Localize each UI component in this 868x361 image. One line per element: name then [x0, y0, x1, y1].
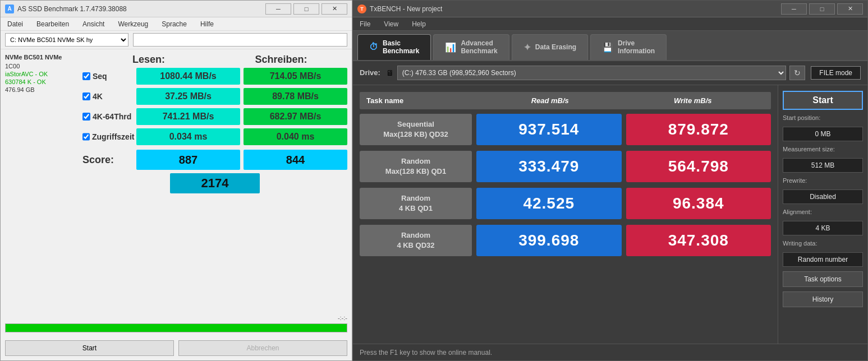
nav-tabs: ⏱ BasicBenchmark 📊 AdvancedBenchmark ✦ D…: [353, 31, 867, 61]
bench-row-zugriffszeit: Zugriffszeit 0.034 ms 0.040 ms: [82, 128, 347, 145]
score-total: 2174: [170, 173, 260, 193]
bench-checkbox-4k64[interactable]: [82, 113, 90, 121]
table-row-seq-qd32: SequentialMax(128 KB) QD32 937.514 879.8…: [360, 114, 771, 145]
prewrite-value: Disabled: [783, 189, 863, 204]
bench-seq-lesen: 1080.44 MB/s: [136, 68, 240, 85]
drive-select-wrap: 🖥 (C:) 476.33 GB (998,952,960 Sectors) ↻: [386, 66, 805, 80]
left-toolbar: C: NVMe BC501 NVMe SK hy: [1, 31, 352, 49]
measurement-size-value: 512 MB: [783, 158, 863, 173]
right-minimize-button[interactable]: ─: [781, 3, 807, 15]
task-options-button[interactable]: Task options: [783, 271, 863, 287]
progress-bar-fill: [6, 324, 347, 332]
bench-row-4k: 4K 37.25 MB/s 89.78 MB/s: [82, 88, 347, 105]
status-bar: Press the F1 key to show the online manu…: [353, 344, 867, 360]
bench-label-zugriffszeit: Zugriffszeit: [82, 132, 133, 141]
bench-label-4k64: 4K-64Thrd: [82, 112, 133, 121]
drive-size-gb: 476.94 GB: [5, 86, 78, 93]
start-position-label: Start position:: [783, 114, 863, 121]
drive-driver-status: iaStorAVC - OK: [5, 71, 78, 77]
alignment-label: Alignment:: [783, 209, 863, 215]
bench-4k64-schreiben: 682.97 MB/s: [244, 108, 347, 125]
write-seq-qd32: 879.872: [626, 114, 771, 145]
menu-ansicht[interactable]: Ansicht: [80, 19, 107, 29]
write-rand-4k-qd1: 96.384: [626, 188, 771, 219]
drive-select-icon: 🖥: [386, 68, 394, 77]
header-lesen: Lesen:: [82, 54, 215, 66]
left-abbrechen-button[interactable]: Abbrechen: [178, 340, 347, 356]
menu-sprache[interactable]: Sprache: [159, 19, 189, 29]
drive-dropdown[interactable]: (C:) 476.33 GB (998,952,960 Sectors): [397, 66, 786, 80]
menu-view[interactable]: View: [382, 19, 401, 29]
menu-datei[interactable]: Datei: [5, 19, 25, 29]
left-start-button[interactable]: Start: [5, 340, 174, 356]
drive-size-k: 630784 K - OK: [5, 78, 78, 85]
right-maximize-button[interactable]: □: [809, 3, 835, 15]
left-close-button[interactable]: ✕: [322, 3, 347, 15]
bench-zugriffszeit-lesen: 0.034 ms: [136, 128, 240, 145]
history-button[interactable]: History: [783, 291, 863, 307]
drive-label: Drive:: [360, 68, 380, 77]
left-drive-select[interactable]: C: NVMe BC501 NVMe SK hy: [5, 33, 128, 47]
read-seq-qd32: 937.514: [476, 114, 622, 145]
drive-information-icon: 💾: [602, 42, 613, 53]
bench-checkbox-seq[interactable]: [82, 72, 90, 80]
tab-advanced-benchmark[interactable]: 📊 AdvancedBenchmark: [433, 34, 509, 60]
task-rand-max-qd1: RandomMax(128 KB) QD1: [360, 151, 472, 182]
bench-4k-lesen: 37.25 MB/s: [136, 88, 240, 105]
right-sidebar: Start Start position: 0 MB Measurement s…: [778, 85, 867, 344]
read-rand-4k-qd1: 42.525: [476, 188, 622, 219]
bench-row-4k64: 4K-64Thrd 741.21 MB/s 682.97 MB/s: [82, 108, 347, 125]
bench-main-panel: Task name Read mB/s Write mB/s Sequentia…: [353, 85, 778, 344]
task-rand-4k-qd32: Random4 KB QD32: [360, 225, 472, 256]
left-drive-info-box: [133, 33, 347, 47]
bench-checkbox-zugriffszeit[interactable]: [82, 133, 90, 141]
drive-refresh-button[interactable]: ↻: [789, 66, 805, 80]
tab-erase-label: Data Erasing: [535, 43, 576, 51]
menu-file[interactable]: File: [357, 19, 373, 29]
alignment-value: 4 KB: [783, 221, 863, 235]
bench-seq-schreiben: 714.05 MB/s: [244, 68, 347, 85]
menu-hilfe[interactable]: Hilfe: [198, 19, 216, 29]
left-main-area: NVMe BC501 NVMe 1C00 iaStorAVC - OK 6307…: [1, 49, 352, 311]
tab-basic-label: BasicBenchmark: [383, 39, 419, 55]
tab-drive-information[interactable]: 💾 DriveInformation: [590, 34, 667, 60]
table-header-row: Task name Read mB/s Write mB/s: [360, 92, 771, 109]
read-rand-max-qd1: 333.479: [476, 151, 622, 182]
left-drive-details: NVMe BC501 NVMe 1C00 iaStorAVC - OK 6307…: [5, 54, 78, 307]
bench-header: Lesen: Schreiben:: [82, 54, 347, 66]
left-maximize-button[interactable]: □: [293, 3, 319, 15]
left-window: A AS SSD Benchmark 1.7.4739.38088 ─ □ ✕ …: [0, 0, 352, 361]
task-seq-qd32: SequentialMax(128 KB) QD32: [360, 114, 472, 145]
tab-data-erasing[interactable]: ✦ Data Erasing: [512, 34, 588, 60]
bench-4k-schreiben: 89.78 MB/s: [244, 88, 347, 105]
file-mode-button[interactable]: FILE mode: [811, 66, 861, 80]
menu-bearbeiten[interactable]: Bearbeiten: [34, 19, 71, 29]
bench-content-area: Task name Read mB/s Write mB/s Sequentia…: [353, 85, 867, 344]
menu-help[interactable]: Help: [410, 19, 428, 29]
score-total-row: 2174: [82, 173, 347, 193]
sidebar-start-button[interactable]: Start: [783, 91, 863, 110]
measurement-size-label: Measurement size:: [783, 146, 863, 152]
left-win-controls: ─ □ ✕: [265, 3, 347, 15]
table-row-rand-4k-qd32: Random4 KB QD32 399.698 347.308: [360, 225, 771, 256]
tab-advanced-label: AdvancedBenchmark: [461, 39, 497, 55]
tab-drive-label: DriveInformation: [618, 39, 655, 55]
table-row-rand-4k-qd1: Random4 KB QD1 42.525 96.384: [360, 188, 771, 219]
progress-time: -:-:-: [5, 314, 347, 321]
left-bench-table: Lesen: Schreiben: Seq 1080.44 MB/s 714.0…: [82, 54, 347, 307]
basic-benchmark-icon: ⏱: [369, 42, 378, 52]
task-rand-4k-qd1: Random4 KB QD1: [360, 188, 472, 219]
left-titlebar: A AS SSD Benchmark 1.7.4739.38088 ─ □ ✕: [1, 1, 352, 17]
bench-label-seq: Seq: [82, 72, 133, 81]
menu-werkzeug[interactable]: Werkzeug: [116, 19, 150, 29]
tab-basic-benchmark[interactable]: ⏱ BasicBenchmark: [357, 34, 431, 60]
right-close-button[interactable]: ✕: [837, 3, 863, 15]
right-titlebar: T TxBENCH - New project ─ □ ✕: [353, 1, 867, 17]
left-minimize-button[interactable]: ─: [265, 3, 291, 15]
bench-checkbox-4k[interactable]: [82, 92, 90, 100]
left-button-row: Start Abbrechen: [1, 338, 352, 360]
write-rand-max-qd1: 564.798: [626, 151, 771, 182]
writing-data-value: Random number: [783, 252, 863, 267]
th-task-name: Task name: [366, 96, 479, 105]
right-menubar: File View Help: [353, 17, 867, 31]
